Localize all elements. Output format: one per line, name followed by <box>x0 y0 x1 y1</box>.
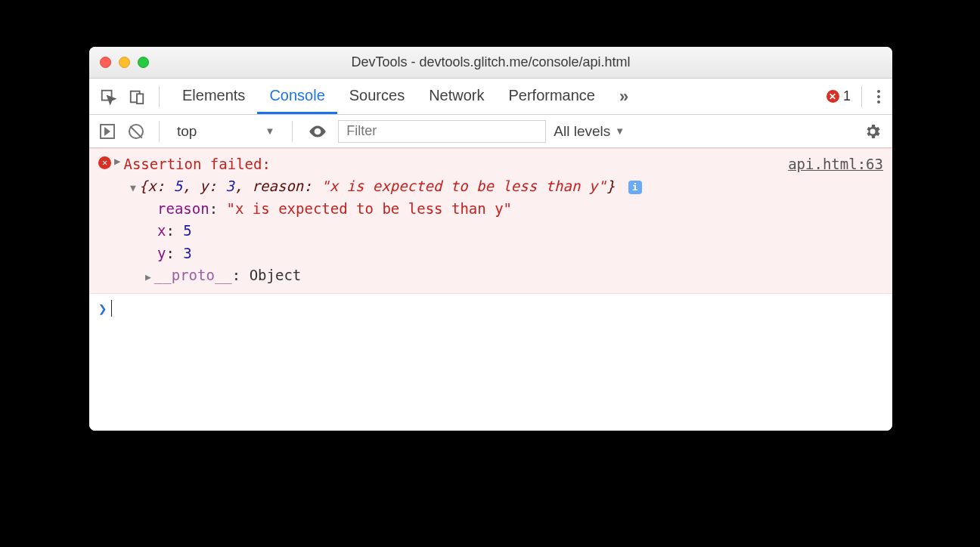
prompt-icon: ❯ <box>98 300 107 317</box>
error-count-badge[interactable]: ✕ 1 <box>826 88 851 104</box>
console-prompt[interactable]: ❯ <box>89 294 892 323</box>
tab-network[interactable]: Network <box>417 79 496 114</box>
tab-sources[interactable]: Sources <box>337 79 417 114</box>
filter-input[interactable] <box>338 120 546 143</box>
context-value: top <box>177 123 197 140</box>
main-toolbar: Elements Console Sources Network Perform… <box>89 79 892 115</box>
tab-elements[interactable]: Elements <box>170 79 257 114</box>
expand-icon[interactable]: ▶ <box>114 153 120 170</box>
more-tabs-icon[interactable]: » <box>613 87 634 107</box>
log-levels-selector[interactable]: All levels ▼ <box>554 123 625 140</box>
error-icon: ✕ <box>98 156 111 169</box>
window-title: DevTools - devtools.glitch.me/console/ap… <box>89 54 892 70</box>
expand-icon[interactable]: ▶ <box>145 271 151 283</box>
titlebar: DevTools - devtools.glitch.me/console/ap… <box>89 47 892 79</box>
device-toggle-icon[interactable] <box>126 85 148 108</box>
chevron-down-icon: ▼ <box>265 125 274 137</box>
settings-icon[interactable] <box>861 119 885 144</box>
property-proto[interactable]: ▶__proto__: Object <box>98 264 883 286</box>
clear-console-icon[interactable] <box>126 121 147 142</box>
devtools-window: DevTools - devtools.glitch.me/console/ap… <box>89 47 892 431</box>
info-icon[interactable]: i <box>628 181 642 194</box>
tab-console[interactable]: Console <box>257 79 336 114</box>
error-title: Assertion failed: <box>123 153 270 175</box>
live-expression-icon[interactable] <box>305 119 330 144</box>
separator <box>159 121 160 142</box>
svg-point-3 <box>316 129 319 132</box>
source-link[interactable]: api.html:63 <box>788 153 883 175</box>
toggle-sidebar-icon[interactable] <box>97 121 118 142</box>
separator <box>159 86 160 107</box>
kebab-menu-icon[interactable] <box>873 90 885 104</box>
error-count: 1 <box>843 88 851 104</box>
console-output: ✕ ▶ Assertion failed: api.html:63 ▼{x: 5… <box>89 148 892 431</box>
collapse-icon[interactable]: ▼ <box>130 182 136 193</box>
property-x: x: 5 <box>98 220 883 242</box>
levels-label: All levels <box>554 123 610 140</box>
inspect-icon[interactable] <box>97 85 119 108</box>
cursor <box>111 300 112 317</box>
svg-rect-2 <box>137 94 143 104</box>
chevron-down-icon: ▼ <box>615 125 625 137</box>
context-selector[interactable]: top ▼ <box>172 121 280 142</box>
tab-performance[interactable]: Performance <box>497 79 608 114</box>
separator <box>861 86 862 107</box>
object-preview[interactable]: ▼{x: 5, y: 3, reason: "x is expected to … <box>98 175 883 197</box>
separator <box>292 121 293 142</box>
error-icon: ✕ <box>826 90 839 103</box>
error-message: ✕ ▶ Assertion failed: api.html:63 ▼{x: 5… <box>89 148 892 294</box>
panel-tabs: Elements Console Sources Network Perform… <box>170 79 607 114</box>
property-reason: reason: "x is expected to be less than y… <box>98 198 883 220</box>
property-y: y: 3 <box>98 243 883 264</box>
console-toolbar: top ▼ All levels ▼ <box>89 115 892 148</box>
